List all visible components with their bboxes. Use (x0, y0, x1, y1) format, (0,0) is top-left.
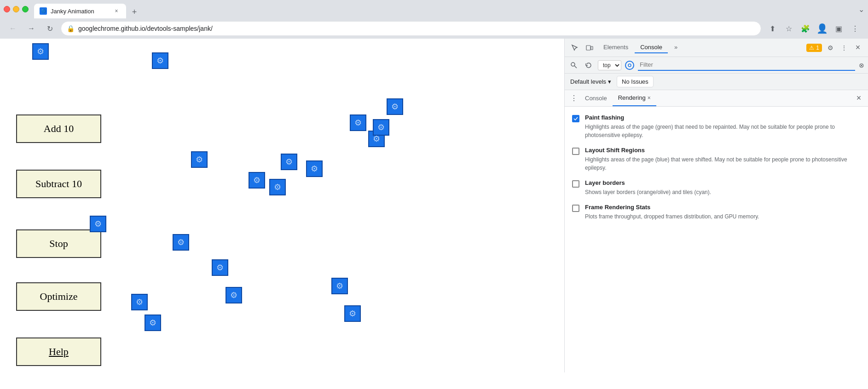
checkbox-frame-rendering[interactable] (572, 205, 579, 212)
close-traffic-light[interactable] (4, 6, 10, 12)
context-selector[interactable]: top (598, 60, 621, 70)
inspector-icon[interactable] (568, 41, 581, 54)
warning-icon: ⚠ (809, 45, 814, 51)
blue-square (212, 259, 228, 276)
checkbox-layer-borders[interactable] (572, 180, 579, 188)
checkbox-paint-flashing[interactable] (572, 115, 579, 122)
render-option-paint-flashing: Paint flashingHighlights areas of the pa… (572, 114, 861, 139)
bookmark-icon[interactable]: ☆ (781, 21, 796, 36)
new-tab-button[interactable]: + (128, 6, 141, 18)
filter-icon[interactable] (568, 60, 579, 71)
blue-square (331, 278, 348, 294)
devtools-settings-button[interactable]: ⚙ (824, 41, 837, 54)
browser-tab[interactable]: 🔵 Janky Animation × (34, 4, 126, 18)
devtools-close-button[interactable]: × (851, 41, 864, 54)
svg-point-4 (628, 64, 631, 67)
option-desc-layout-shift: Highlights areas of the page (blue) that… (585, 155, 861, 172)
eye-icon[interactable] (625, 61, 634, 70)
stop-button[interactable]: Stop (16, 229, 101, 258)
optimize-button[interactable]: Optimize (16, 282, 101, 311)
devtools-more-button[interactable]: ⋮ (838, 41, 851, 54)
blue-square (131, 294, 148, 310)
tab-close-button[interactable]: × (112, 7, 121, 15)
console-filter-input[interactable] (638, 60, 855, 71)
help-button[interactable]: Help (16, 338, 101, 366)
blue-square (373, 119, 389, 136)
devtools-right-actions: ⚙ ⋮ × (824, 41, 864, 54)
device-toolbar-icon[interactable] (583, 41, 596, 54)
blue-square (173, 234, 189, 251)
main-area: Add 10 Subtract 10 Stop Optimize Help El… (0, 39, 868, 372)
rendering-tab-close[interactable]: × (648, 95, 651, 101)
title-bar: 🔵 Janky Animation × + ⌄ (0, 0, 868, 18)
blue-square (281, 154, 297, 170)
svg-line-3 (574, 66, 577, 68)
blue-square (344, 305, 361, 322)
blue-square (90, 216, 106, 232)
address-bar[interactable]: 🔒 googlechrome.github.io/devtools-sample… (61, 21, 761, 36)
reload-button[interactable]: ↻ (42, 21, 57, 36)
subtract10-button[interactable]: Subtract 10 (16, 170, 101, 198)
option-label-frame-rendering: Frame Rendering Stats (585, 204, 759, 211)
browser-menu-button[interactable]: ⌄ (858, 5, 864, 14)
devtools-main-tabs: Elements Console » (598, 42, 804, 53)
tab-console[interactable]: Console (635, 42, 668, 53)
tab-title: Janky Animation (51, 8, 109, 15)
blue-square (387, 98, 403, 115)
panel-more-icon[interactable]: ⋮ (568, 93, 579, 104)
devtools-header: Elements Console » ⚠ 1 ⚙ ⋮ × (565, 39, 868, 57)
toolbar-actions: ⬆ ☆ 🧩 👤 ▣ ⋮ (765, 21, 862, 36)
sidebar-toggle-icon[interactable]: ▣ (831, 21, 846, 36)
svg-rect-1 (591, 46, 593, 50)
no-issues-button[interactable]: No Issues (617, 76, 654, 87)
panel-tab-console[interactable]: Console (579, 90, 613, 106)
checkbox-layout-shift[interactable] (572, 148, 579, 155)
default-levels-arrow: ▾ (608, 78, 611, 85)
address-text: googlechrome.github.io/devtools-samples/… (78, 25, 755, 32)
back-button[interactable]: ← (6, 21, 20, 36)
default-levels-button[interactable]: Default levels ▾ (570, 78, 611, 85)
lock-icon: 🔒 (67, 25, 75, 32)
svg-point-2 (571, 63, 575, 66)
browser-chrome: 🔵 Janky Animation × + ⌄ ← → ↻ 🔒 googlech… (0, 0, 868, 39)
add10-button[interactable]: Add 10 (16, 114, 101, 143)
chrome-menu-icon[interactable]: ⋮ (848, 21, 862, 36)
blue-square (32, 43, 49, 60)
warning-badge[interactable]: ⚠ 1 (806, 44, 822, 52)
blue-square (226, 287, 242, 303)
extensions-icon[interactable]: 🧩 (798, 21, 813, 36)
option-desc-layer-borders: Shows layer borders (orange/olive) and t… (585, 188, 711, 196)
minimize-traffic-light[interactable] (13, 6, 19, 12)
rendering-panel-content: Paint flashingHighlights areas of the pa… (565, 107, 868, 372)
option-label-layer-borders: Layer borders (585, 179, 711, 186)
blue-square (145, 315, 161, 331)
devtools-panel-tabs: ⋮ Console Rendering × × (565, 90, 868, 107)
option-desc-paint-flashing: Highlights areas of the page (green) tha… (585, 123, 861, 139)
profile-icon[interactable]: 👤 (815, 21, 829, 36)
option-desc-frame-rendering: Plots frame throughput, dropped frames d… (585, 212, 759, 221)
default-levels-label: Default levels (570, 78, 606, 85)
blue-square (152, 52, 168, 69)
blue-square (191, 151, 208, 168)
panel-tab-rendering[interactable]: Rendering × (613, 90, 656, 106)
render-option-layout-shift: Layout Shift RegionsHighlights areas of … (572, 147, 861, 172)
clear-console-button[interactable] (583, 60, 594, 71)
blue-square (350, 114, 366, 131)
blue-square (249, 172, 265, 189)
traffic-lights (4, 6, 29, 12)
tab-elements[interactable]: Elements (598, 42, 634, 53)
filter-clear-icon[interactable]: ⊗ (859, 62, 864, 69)
share-icon[interactable]: ⬆ (765, 21, 780, 36)
tab-more[interactable]: » (669, 42, 683, 53)
option-label-paint-flashing: Paint flashing (585, 114, 861, 121)
warning-count: 1 (816, 45, 819, 51)
devtools-filter-row: top ⊗ (565, 57, 868, 74)
maximize-traffic-light[interactable] (22, 6, 29, 12)
panel-close-button[interactable]: × (853, 93, 864, 104)
blue-square (306, 160, 323, 177)
browser-toolbar: ← → ↻ 🔒 googlechrome.github.io/devtools-… (0, 18, 868, 39)
blue-square (269, 179, 286, 195)
forward-button[interactable]: → (24, 21, 39, 36)
page-content: Add 10 Subtract 10 Stop Optimize Help (0, 39, 564, 372)
render-option-frame-rendering: Frame Rendering StatsPlots frame through… (572, 204, 861, 221)
